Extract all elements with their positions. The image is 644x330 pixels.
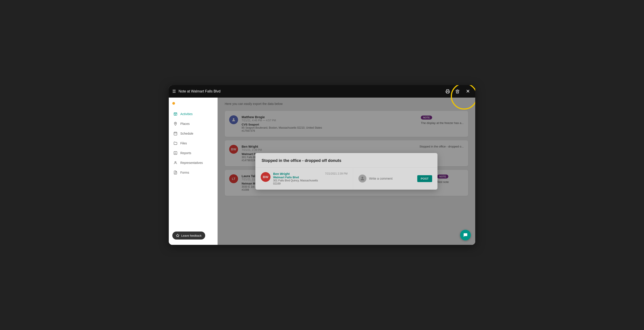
modal-address: 301 Falls Blvd Quincy, Massachusetts 021… [273,179,322,185]
sidebar-item-representatives[interactable]: Representatives [169,158,218,168]
sidebar-label-files: Files [180,142,187,145]
modal-location: Walmart Falls Blvd [273,176,322,179]
modal-right: POST [353,168,438,190]
comment-user-avatar [358,174,366,182]
sidebar-footer: Leave feedback [169,228,218,243]
files-icon [173,141,178,146]
sidebar-item-files[interactable]: Files [169,138,218,148]
svg-point-21 [362,177,363,178]
sidebar-brand [169,99,218,107]
browser-frame: ☰ Note at Walmart Falls Blvd ✕ [169,85,475,245]
places-icon [173,122,178,126]
svg-marker-19 [176,234,179,237]
sidebar-label-representatives: Representatives [180,161,203,165]
svg-rect-8 [174,132,177,135]
post-button[interactable]: POST [417,175,432,182]
modal-overlay: Stopped in the office - dropped off donu… [218,98,475,245]
modal: Stopped in the office - dropped off donu… [256,153,438,190]
reports-icon [173,151,178,155]
modal-avatar: BW [261,172,270,182]
forms-icon [173,170,178,175]
sidebar-item-schedule[interactable]: Schedule [169,129,218,138]
svg-point-16 [175,162,176,163]
modal-user-name: Ben Wright [273,172,322,176]
sidebar-item-forms[interactable]: Forms [169,168,218,177]
sidebar-item-reports[interactable]: Reports [169,148,218,158]
delete-button[interactable] [454,88,460,94]
modal-title: Stopped in the office - dropped off donu… [262,158,431,163]
comment-input[interactable] [369,177,414,180]
brand-dot [172,102,175,105]
main-area: Activities Places Schedule [169,98,475,245]
sidebar: Activities Places Schedule [169,98,218,245]
modal-body: BW Ben Wright Walmart Falls Blvd 301 Fal… [256,168,438,190]
sidebar-label-forms: Forms [180,171,189,174]
modal-left: BW Ben Wright Walmart Falls Blvd 301 Fal… [256,168,353,190]
modal-header: Stopped in the office - dropped off donu… [256,153,438,168]
representatives-icon [173,161,178,165]
window-title: Note at Walmart Falls Blvd [178,89,220,93]
print-button[interactable] [444,88,451,94]
modal-user-info: Ben Wright Walmart Falls Blvd 301 Falls … [273,172,322,185]
svg-point-7 [175,123,176,124]
top-bar: ☰ Note at Walmart Falls Blvd ✕ [169,85,475,98]
sidebar-item-activities[interactable]: Activities [169,109,218,119]
svg-rect-0 [446,92,449,93]
sidebar-label-places: Places [180,122,190,126]
sidebar-item-places[interactable]: Places [169,119,218,129]
sidebar-label-schedule: Schedule [180,132,193,135]
activities-icon [173,112,178,116]
sidebar-nav: Activities Places Schedule [169,107,218,228]
top-bar-actions: ✕ [444,88,472,95]
leave-feedback-label: Leave feedback [181,234,202,237]
close-button[interactable]: ✕ [464,88,472,95]
sidebar-label-reports: Reports [180,151,191,155]
leave-feedback-button[interactable]: Leave feedback [172,232,205,240]
modal-timestamp: 7/21/2021 2:39 PM [325,172,348,175]
sidebar-label-activities: Activities [180,112,192,116]
hamburger-icon[interactable]: ☰ [172,89,176,94]
schedule-icon [173,131,178,136]
chat-bubble-button[interactable] [460,230,471,240]
content-area: Here you can easily export the data belo… [218,98,475,245]
